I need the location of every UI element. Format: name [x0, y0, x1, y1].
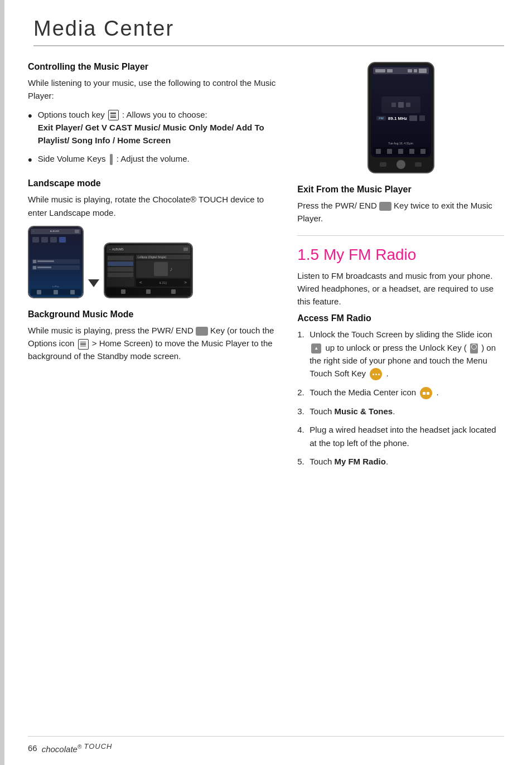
step-1: 1. Unlock the Touch Screen by sliding th… — [297, 328, 504, 380]
background-text: While music is playing, press the PWR/ E… — [28, 324, 280, 363]
page-footer: 66 chocolate® TOUCH — [28, 736, 504, 754]
fm-icon-1 — [376, 149, 381, 154]
p-albums-label: ALBUMS — [35, 230, 75, 233]
fm-icon2 — [414, 69, 417, 72]
access-fm-heading: Access FM Radio — [297, 313, 504, 323]
ls-ctrl-1 — [121, 289, 125, 294]
options-bold-text: Exit Player/ Get V CAST Music/ Music Onl… — [38, 123, 264, 145]
p-track-label: LoPop — [31, 284, 81, 289]
ls-ctrl-2 — [146, 289, 151, 294]
fm-radio-heading: 1.5 My FM Radio — [297, 246, 504, 264]
right-column: FM 89.1 MHz Tue Aug 18, 4:31pm — [297, 62, 504, 473]
p-menu-icon — [75, 230, 79, 233]
ls-counter: & 21() — [159, 281, 167, 284]
options-key-icon — [108, 110, 119, 120]
p-album-thumb-2 — [33, 266, 36, 269]
bg-text-1: While music is playing, press the PWR/ E… — [28, 326, 196, 335]
pwr-end-icon — [196, 327, 208, 336]
step-5: 5. Touch My FM Radio. — [297, 455, 504, 468]
step-1-text-4: . — [386, 369, 388, 378]
fm-battery-full — [419, 69, 427, 73]
bullet-list: • Options touch key : Allows you to choo… — [28, 108, 280, 170]
step-1-text-2: up to unlock or press the Unlock Key ( — [325, 343, 469, 352]
bullet-dot-2: • — [28, 151, 32, 170]
step-1-num: 1. — [297, 328, 309, 341]
menu-dot-3 — [378, 374, 380, 375]
step-3-num: 3. — [297, 405, 309, 418]
bullet-dot: • — [28, 106, 32, 125]
slide-up-icon — [311, 343, 321, 354]
ls-content: Lollipop (Digital Single) ♪ < & 21() > — [107, 255, 190, 287]
fm-soft-key-2 — [415, 162, 422, 167]
pwr-end-icon-right — [379, 202, 391, 211]
p-tab3 — [50, 237, 57, 243]
menu-dot-2 — [375, 374, 377, 375]
bullet-text-options: Options touch key : Allows you to choose… — [38, 108, 281, 147]
fm-extra-icon — [419, 115, 425, 121]
menu-soft-key-icon — [370, 368, 382, 380]
fm-fm-label: FM — [376, 116, 386, 120]
step-3: 3. Touch Music & Tones. — [297, 405, 504, 418]
exit-text-1: Press the PWR/ END — [297, 201, 379, 210]
step-4-num: 4. — [297, 423, 309, 436]
p-tab2 — [41, 237, 48, 243]
brand-reg: ® — [78, 744, 81, 750]
step-3-content: Touch Music & Tones. — [309, 405, 504, 418]
step-5-bold: My FM Radio — [334, 457, 386, 466]
page-title: Media Center — [33, 17, 504, 46]
two-column-layout: Controlling the Music Player While liste… — [28, 62, 504, 473]
step-2-num: 2. — [297, 386, 309, 399]
fm-icon-4 — [409, 149, 414, 154]
step-2-text: Touch the Media Center icon — [309, 388, 418, 397]
fm-icon-5 — [420, 149, 425, 154]
p-tab4 — [59, 237, 66, 243]
ls-item-3 — [108, 267, 133, 272]
ls-album-art — [154, 262, 168, 276]
list-item-volume: • Side Volume Keys : Adjust the volume. — [28, 152, 280, 170]
side-volume-icon — [110, 154, 113, 165]
ls-header: ← ALBUMS — [107, 245, 190, 253]
step-5-content: Touch My FM Radio. — [309, 455, 504, 468]
fm-top-controls — [391, 102, 410, 108]
fm-next-btn — [406, 103, 410, 107]
landscape-text: While music is playing, rotate the Choco… — [28, 193, 280, 219]
controlling-intro: While listening to your music, use the f… — [28, 76, 280, 103]
fm-phone-image: FM 89.1 MHz Tue Aug 18, 4:31pm — [367, 62, 434, 173]
media-center-icon — [420, 387, 432, 399]
step-2: 2. Touch the Media Center icon . — [297, 386, 504, 399]
p-album-thumb — [33, 260, 36, 263]
brand-touch: TOUCH — [84, 742, 112, 751]
ls-next: > — [184, 280, 187, 285]
fm-icons-row — [373, 147, 429, 155]
step-5-num: 5. — [297, 455, 309, 468]
step-3-bold: Music & Tones — [334, 406, 393, 416]
landscape-phone-image: ← ALBUMS Lollip — [104, 243, 193, 298]
p-icon-3 — [70, 290, 75, 294]
ls-item-4 — [108, 273, 133, 277]
fm-status-bar — [373, 67, 429, 74]
step-1-content: Unlock the Touch Screen by sliding the S… — [309, 328, 504, 380]
fm-soft-key-1 — [380, 162, 386, 167]
step-2-content: Touch the Media Center icon . — [309, 386, 504, 399]
fm-controls-col — [391, 102, 410, 108]
fm-phone-bottom — [371, 159, 431, 170]
ls-song-area: Lollipop (Digital Single) ♪ < & 21() > — [136, 255, 190, 287]
portrait-phone-image: ← ALBUMS — [28, 226, 84, 298]
fm-prev-btn — [391, 103, 396, 107]
controlling-heading: Controlling the Music Player — [28, 62, 280, 72]
ls-menu — [183, 248, 188, 251]
p-status-bar: ← ALBUMS — [31, 229, 81, 234]
ls-ctrl-3 — [171, 289, 176, 294]
mc-sq-2 — [427, 392, 429, 395]
p-tab-row — [31, 236, 81, 244]
fm-display-area — [381, 96, 420, 113]
p-tab1 — [32, 237, 39, 243]
fm-icon-2 — [387, 149, 392, 154]
volume-text-before: Side Volume Keys — [38, 154, 108, 163]
fm-date: Tue Aug 18, 4:31pm — [373, 141, 429, 146]
ls-prev: < — [139, 280, 142, 285]
p-content-area — [31, 245, 81, 284]
mc-sq-1 — [423, 392, 425, 395]
ls-back: ← ALBUMS — [109, 248, 124, 251]
p-list — [31, 259, 81, 270]
